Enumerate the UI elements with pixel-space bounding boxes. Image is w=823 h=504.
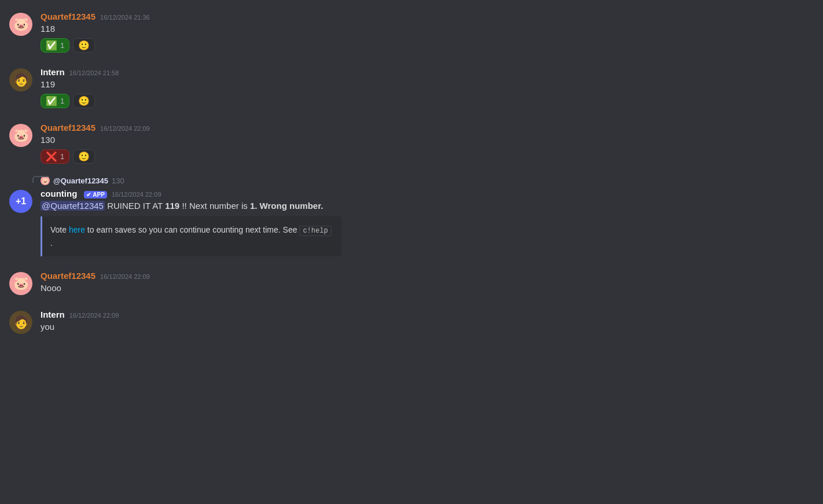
bot-text-exclaim: !! Next number is: [182, 201, 250, 211]
message-text: Nooo: [41, 282, 814, 294]
reaction-smiley[interactable]: 🙂: [73, 94, 95, 108]
message-group: 🧑 Intern 16/12/2024 21:58 119 ✅ 1 🙂: [0, 65, 823, 111]
app-badge-label: APP: [93, 192, 105, 198]
message-header: Quartef12345 16/12/2024 22:09: [41, 123, 814, 133]
username[interactable]: Quartef12345: [41, 12, 95, 21]
timestamp: 16/12/2024 22:09: [69, 312, 119, 319]
avatar: 🐷: [9, 272, 32, 295]
message-content: Intern 16/12/2024 22:09 you: [41, 310, 814, 333]
messages-container: 🐷 Quartef12345 16/12/2024 21:36 118 ✅ 1 …: [0, 0, 823, 345]
reaction-emoji: 🙂: [78, 151, 90, 162]
timestamp: 16/12/2024 22:09: [100, 125, 150, 132]
message-text: 118: [41, 23, 814, 35]
reply-text: 130: [112, 176, 124, 185]
bot-text-ruined: RUINED IT AT: [107, 201, 165, 211]
message-header: counting ✔ APP 16/12/2024 22:09: [41, 189, 814, 198]
mention-highlight[interactable]: @Quartef12345: [41, 201, 105, 211]
bot-message-group: +1 counting ✔ APP 16/12/2024 22:09 @Quar…: [0, 186, 823, 259]
bot-text-number: 119: [165, 201, 179, 211]
avatar: 🐷: [9, 124, 32, 147]
timestamp: 16/12/2024 21:58: [69, 69, 119, 76]
reaction-count: 1: [60, 41, 64, 50]
embed-code: c!help: [299, 226, 331, 236]
avatar: 🧑: [9, 311, 32, 334]
avatar: 🐷: [9, 13, 32, 36]
timestamp: 16/12/2024 22:09: [112, 191, 161, 198]
app-badge-check: ✔: [86, 192, 91, 198]
reply-mention[interactable]: @Quartef12345: [53, 176, 108, 185]
message-text: 119: [41, 78, 814, 90]
reaction-emoji: 🙂: [78, 95, 90, 106]
reaction-smiley[interactable]: 🙂: [73, 149, 95, 164]
reaction-emoji: ✅: [46, 95, 57, 106]
reaction-count: 1: [60, 152, 64, 161]
message-content: Quartef12345 16/12/2024 22:09 130 ❌ 1 🙂: [41, 123, 814, 164]
message-text: 130: [41, 134, 814, 146]
username[interactable]: Intern: [41, 310, 65, 319]
reaction-checkmark[interactable]: ✅ 1: [41, 38, 69, 53]
message-group: 🐷 Quartef12345 16/12/2024 21:36 118 ✅ 1 …: [0, 9, 823, 55]
reaction-count: 1: [60, 97, 64, 105]
avatar: 🧑: [9, 68, 32, 91]
message-header: Quartef12345 16/12/2024 21:36: [41, 12, 814, 21]
message-content: Intern 16/12/2024 21:58 119 ✅ 1 🙂: [41, 67, 814, 108]
bot-text-next: 1. Wrong number.: [250, 201, 323, 211]
reply-bar: 🐷 @Quartef12345 130: [0, 176, 823, 186]
username[interactable]: counting: [41, 189, 77, 198]
reaction-x[interactable]: ❌ 1: [41, 149, 69, 164]
message-header: Quartef12345 16/12/2024 22:09: [41, 271, 814, 281]
message-content: Quartef12345 16/12/2024 21:36 118 ✅ 1 🙂: [41, 12, 814, 53]
message-header: Intern 16/12/2024 22:09: [41, 310, 814, 319]
app-badge: ✔ APP: [84, 191, 107, 198]
reaction-checkmark[interactable]: ✅ 1: [41, 94, 69, 108]
reaction-emoji: ✅: [46, 40, 57, 51]
bot-embed-text: Vote here to earn saves so you can conti…: [50, 223, 333, 250]
username[interactable]: Quartef12345: [41, 271, 95, 281]
bot-embed: Vote here to earn saves so you can conti…: [41, 216, 341, 257]
divider: [0, 168, 823, 169]
message-content: counting ✔ APP 16/12/2024 22:09 @Quartef…: [41, 189, 814, 256]
reaction-emoji: 🙂: [78, 40, 90, 51]
message-group: 🧑 Intern 16/12/2024 22:09 you: [0, 307, 823, 336]
divider: [0, 113, 823, 113]
bot-message-wrapper: 🐷 @Quartef12345 130 +1 counting ✔ APP 16…: [0, 176, 823, 259]
timestamp: 16/12/2024 21:36: [100, 14, 150, 21]
divider: [0, 57, 823, 58]
embed-text-end: .: [50, 238, 53, 248]
timestamp: 16/12/2024 22:09: [100, 273, 150, 280]
divider: [0, 300, 823, 300]
message-header: Intern 16/12/2024 21:58: [41, 67, 814, 77]
reaction-emoji: ❌: [46, 151, 57, 162]
reply-line: [32, 176, 49, 183]
reactions: ✅ 1 🙂: [41, 94, 814, 108]
reaction-smiley[interactable]: 🙂: [73, 38, 95, 53]
message-content: Quartef12345 16/12/2024 22:09 Nooo: [41, 271, 814, 294]
divider: [0, 261, 823, 262]
bot-main-message: @Quartef12345 RUINED IT AT 119 !! Next n…: [41, 200, 814, 213]
embed-text-middle: to earn saves so you can continue counti…: [87, 225, 300, 234]
message-group: 🐷 Quartef12345 16/12/2024 22:09 Nooo: [0, 268, 823, 297]
message-text: you: [41, 321, 814, 333]
username[interactable]: Intern: [41, 67, 65, 77]
embed-here-link[interactable]: here: [69, 225, 85, 234]
username[interactable]: Quartef12345: [41, 123, 95, 133]
embed-vote-label: Vote: [50, 225, 69, 234]
reactions: ✅ 1 🙂: [41, 38, 814, 53]
reactions: ❌ 1 🙂: [41, 149, 814, 164]
message-group: 🐷 Quartef12345 16/12/2024 22:09 130 ❌ 1 …: [0, 120, 823, 166]
avatar-bot: +1: [9, 190, 32, 213]
